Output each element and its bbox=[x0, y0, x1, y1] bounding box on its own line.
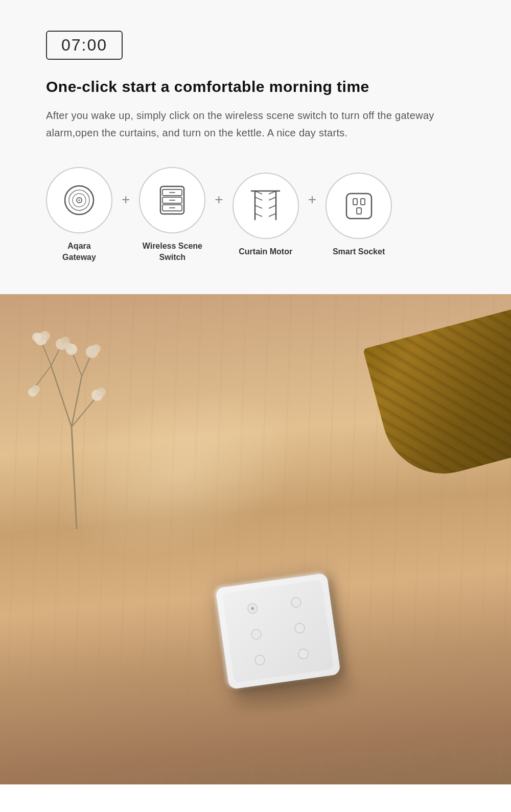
svg-line-17 bbox=[255, 213, 262, 217]
svg-rect-25 bbox=[361, 199, 365, 205]
switch-btn-6 bbox=[283, 641, 323, 666]
socket-icon bbox=[342, 189, 376, 223]
switch-btn-5 bbox=[240, 648, 280, 673]
wireless-switch-label: Wireless Scene Switch bbox=[143, 241, 202, 264]
plant-svg bbox=[10, 325, 143, 529]
wireless-switch-icon bbox=[154, 182, 190, 218]
svg-line-15 bbox=[255, 197, 262, 200]
curtain-icon bbox=[249, 187, 282, 225]
svg-line-27 bbox=[72, 427, 77, 529]
svg-line-28 bbox=[51, 366, 72, 427]
socket-label: Smart Socket bbox=[333, 246, 385, 257]
svg-point-37 bbox=[32, 332, 41, 342]
curtain-icon-circle bbox=[233, 173, 299, 239]
page-wrapper: 07:00 One-click start a comfortable morn… bbox=[0, 0, 511, 784]
icon-item-wireless-switch: Wireless Scene Switch bbox=[139, 167, 205, 264]
gateway-icon-circle bbox=[46, 167, 112, 233]
socket-icon-circle bbox=[326, 173, 392, 239]
svg-line-16 bbox=[255, 205, 262, 208]
gateway-label: Aqara Gateway bbox=[62, 241, 96, 264]
svg-line-29 bbox=[72, 376, 82, 427]
svg-rect-23 bbox=[346, 194, 371, 219]
svg-point-43 bbox=[91, 344, 101, 353]
svg-point-48 bbox=[32, 385, 40, 393]
curtain-label: Curtain Motor bbox=[239, 246, 292, 257]
plus-3: + bbox=[308, 192, 316, 208]
time-display: 07:00 bbox=[46, 31, 123, 60]
headline: One-click start a comfortable morning ti… bbox=[46, 78, 465, 95]
switch-btn-3 bbox=[236, 622, 276, 647]
plant-decoration bbox=[10, 325, 143, 529]
plus-2: + bbox=[215, 192, 223, 208]
svg-point-36 bbox=[40, 331, 50, 341]
svg-rect-24 bbox=[353, 199, 357, 205]
gateway-icon bbox=[61, 182, 97, 218]
wireless-switch-icon-circle bbox=[139, 167, 205, 233]
switch-btn-1 bbox=[233, 596, 273, 621]
product-photo bbox=[0, 294, 511, 784]
svg-line-46 bbox=[36, 366, 51, 386]
svg-line-30 bbox=[72, 396, 97, 427]
description: After you wake up, simply click on the w… bbox=[46, 107, 465, 141]
icon-item-gateway: Aqara Gateway bbox=[46, 167, 112, 264]
svg-line-20 bbox=[269, 197, 276, 200]
icon-item-socket: Smart Socket bbox=[326, 173, 392, 257]
switch-device-buttons bbox=[222, 580, 334, 683]
svg-point-45 bbox=[97, 388, 106, 397]
icons-row: Aqara Gateway + bbox=[46, 167, 465, 264]
svg-line-22 bbox=[269, 213, 276, 217]
svg-rect-26 bbox=[357, 208, 361, 214]
svg-point-41 bbox=[63, 342, 72, 350]
plus-1: + bbox=[122, 192, 130, 208]
switch-device bbox=[215, 572, 341, 689]
switch-btn-4 bbox=[280, 615, 320, 640]
switch-btn-2 bbox=[276, 590, 316, 615]
top-section: 07:00 One-click start a comfortable morn… bbox=[0, 0, 511, 294]
svg-line-21 bbox=[269, 205, 276, 208]
svg-point-4 bbox=[79, 200, 80, 201]
icon-item-curtain: Curtain Motor bbox=[233, 173, 299, 257]
